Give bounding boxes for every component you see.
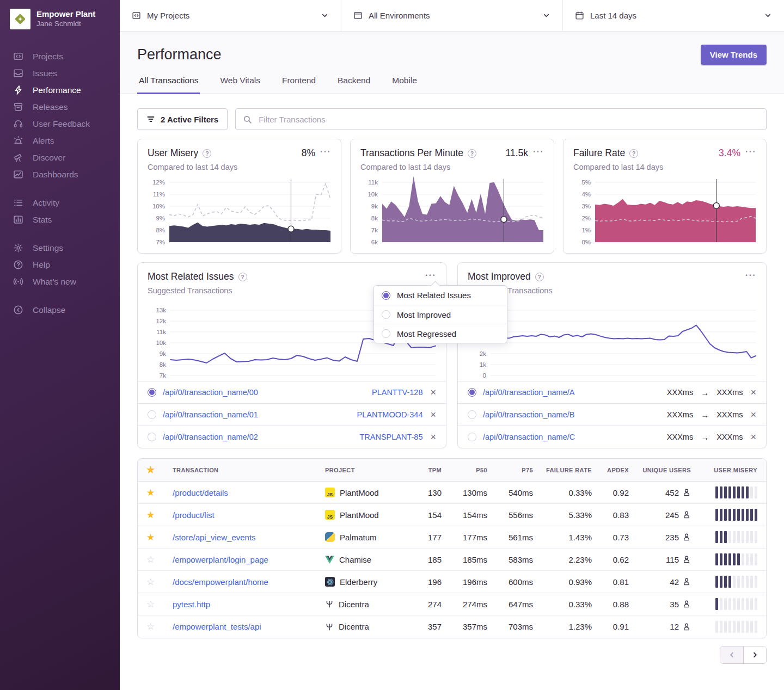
card-menu-icon[interactable] xyxy=(320,147,331,155)
view-trends-button[interactable]: View Trends xyxy=(701,45,767,65)
radio-button[interactable] xyxy=(148,388,156,397)
column-header[interactable]: UNIQUE USERS xyxy=(631,467,691,473)
column-header[interactable]: FAILURE RATE xyxy=(535,467,592,473)
close-icon[interactable] xyxy=(750,387,756,397)
issue-link[interactable]: PLANTTV-128 xyxy=(372,388,423,397)
transaction-link[interactable]: /product/list xyxy=(173,510,323,520)
transaction-link[interactable]: pytest.http xyxy=(173,600,323,609)
sidebar-item-releases[interactable]: Releases xyxy=(13,98,120,115)
issue-link[interactable]: PLANTMOOD-344 xyxy=(357,410,423,419)
radio-button[interactable] xyxy=(382,291,390,300)
tab-backend[interactable]: Backend xyxy=(336,76,372,94)
transaction-link[interactable]: /api/0/transaction_name/00 xyxy=(163,388,258,397)
column-header[interactable]: P50 xyxy=(444,467,487,473)
favorite-star-icon[interactable] xyxy=(146,599,170,610)
close-icon[interactable] xyxy=(750,410,756,420)
tab-mobile[interactable]: Mobile xyxy=(390,76,419,94)
prev-page-button[interactable] xyxy=(720,646,743,663)
card-menu-icon[interactable] xyxy=(532,147,544,155)
unique-users-cell: 35 xyxy=(631,600,691,609)
project-filter-dropdown[interactable]: My Projects xyxy=(120,0,341,31)
unique-users-cell: 115 xyxy=(631,555,691,564)
radio-button[interactable] xyxy=(468,410,476,419)
sidebar-item-settings[interactable]: Settings xyxy=(13,239,120,256)
transaction-link[interactable]: /docs/empowerplant/home xyxy=(173,577,323,587)
favorite-star-icon[interactable] xyxy=(146,554,170,565)
next-page-button[interactable] xyxy=(743,646,766,663)
failure-rate-cell: 1.43% xyxy=(535,533,592,542)
radio-button[interactable] xyxy=(148,410,156,419)
help-question-icon[interactable] xyxy=(629,149,638,158)
radio-button[interactable] xyxy=(148,433,156,441)
help-question-icon[interactable] xyxy=(535,273,544,281)
radio-button[interactable] xyxy=(382,310,390,319)
issue-link[interactable]: TRANSPLANT-85 xyxy=(359,433,422,441)
column-header[interactable]: PROJECT xyxy=(325,467,407,473)
radio-button[interactable] xyxy=(468,433,476,441)
close-icon[interactable] xyxy=(430,432,436,442)
sidebar-collapse-button[interactable]: Collapse xyxy=(13,301,120,318)
transaction-link[interactable]: /api/0/transaction_name/C xyxy=(483,433,575,441)
card-menu-icon[interactable] xyxy=(745,271,756,279)
favorite-star-icon[interactable] xyxy=(146,487,170,498)
arrow-right-icon xyxy=(701,433,709,442)
favorite-star-icon[interactable] xyxy=(146,621,170,632)
sidebar-item-activity[interactable]: Activity xyxy=(13,194,120,211)
favorite-star-icon[interactable] xyxy=(146,509,170,521)
column-header[interactable]: USER MISERY xyxy=(693,467,757,473)
sidebar-item-whats-new[interactable]: What’s new xyxy=(13,273,120,290)
sidebar-item-help[interactable]: Help xyxy=(13,256,120,273)
environment-filter-dropdown[interactable]: All Environments xyxy=(341,0,562,31)
close-icon[interactable] xyxy=(430,410,436,420)
transaction-link[interactable]: /api/0/transaction_name/01 xyxy=(163,410,258,419)
radio-button[interactable] xyxy=(382,329,390,338)
column-header[interactable]: APDEX xyxy=(594,467,629,473)
tab-all-transactions[interactable]: All Transactions xyxy=(137,76,200,94)
help-question-icon[interactable] xyxy=(468,149,476,158)
sidebar-item-dashboards[interactable]: Dashboards xyxy=(13,166,120,183)
sidebar-item-issues[interactable]: Issues xyxy=(13,65,120,82)
help-question-icon[interactable] xyxy=(203,149,211,158)
transaction-link[interactable]: /api/0/transaction_name/A xyxy=(483,388,574,397)
menu-item-most-improved[interactable]: Most Improved xyxy=(374,305,507,324)
radio-button[interactable] xyxy=(468,388,476,397)
metric-cards-row: User Misery 8% Compared to last 14 days … xyxy=(137,139,767,254)
tab-frontend[interactable]: Frontend xyxy=(280,76,317,94)
table-row: pytest.httpDicentra274274ms647ms0.33%0.8… xyxy=(138,593,766,615)
tab-web-vitals[interactable]: Web Vitals xyxy=(218,76,262,94)
sidebar-item-alerts[interactable]: Alerts xyxy=(13,132,120,149)
sidebar-item-user-feedback[interactable]: User Feedback xyxy=(13,115,120,132)
column-header[interactable]: P75 xyxy=(489,467,533,473)
close-icon[interactable] xyxy=(430,387,436,397)
date-range-dropdown[interactable]: Last 14 days xyxy=(562,0,784,31)
sidebar-item-discover[interactable]: Discover xyxy=(13,149,120,166)
tpm-cell: 357 xyxy=(409,622,442,631)
transaction-link[interactable]: /store/api_view_events xyxy=(173,533,323,542)
favorite-star-icon[interactable] xyxy=(146,532,170,543)
active-filters-button[interactable]: 2 Active Filters xyxy=(137,108,228,130)
menu-item-most-regressed[interactable]: Most Regressed xyxy=(374,324,507,343)
help-question-icon[interactable] xyxy=(238,273,247,281)
transaction-link[interactable]: /empowerplant/login_page xyxy=(173,555,323,564)
search-input[interactable] xyxy=(258,114,759,125)
favorite-star-icon[interactable] xyxy=(146,464,170,476)
transaction-link[interactable]: /product/details xyxy=(173,488,323,497)
card-menu-icon[interactable] xyxy=(425,271,436,279)
sidebar-item-stats[interactable]: Stats xyxy=(13,211,120,228)
close-icon[interactable] xyxy=(750,432,756,442)
transaction-link[interactable]: /empowerplant_tests/api xyxy=(173,622,323,631)
org-switcher[interactable]: Empower Plant Jane Schmidt xyxy=(0,9,120,29)
sidebar-item-label: Releases xyxy=(33,102,68,112)
column-header[interactable]: TRANSACTION xyxy=(173,467,323,473)
projects-icon xyxy=(13,51,23,61)
menu-item-most-related-issues[interactable]: Most Related Issues xyxy=(374,286,507,305)
column-header[interactable]: TPM xyxy=(409,467,442,473)
transaction-link[interactable]: /api/0/transaction_name/B xyxy=(483,410,574,419)
transaction-link[interactable]: /api/0/transaction_name/02 xyxy=(163,433,258,441)
sidebar-item-label: Settings xyxy=(33,243,63,253)
chart-cards-row: Most Related Issues Suggested Transactio… xyxy=(137,262,767,448)
sidebar-item-performance[interactable]: Performance xyxy=(13,82,120,98)
card-menu-icon[interactable] xyxy=(745,147,756,155)
favorite-star-icon[interactable] xyxy=(146,576,170,588)
sidebar-item-projects[interactable]: Projects xyxy=(13,48,120,65)
